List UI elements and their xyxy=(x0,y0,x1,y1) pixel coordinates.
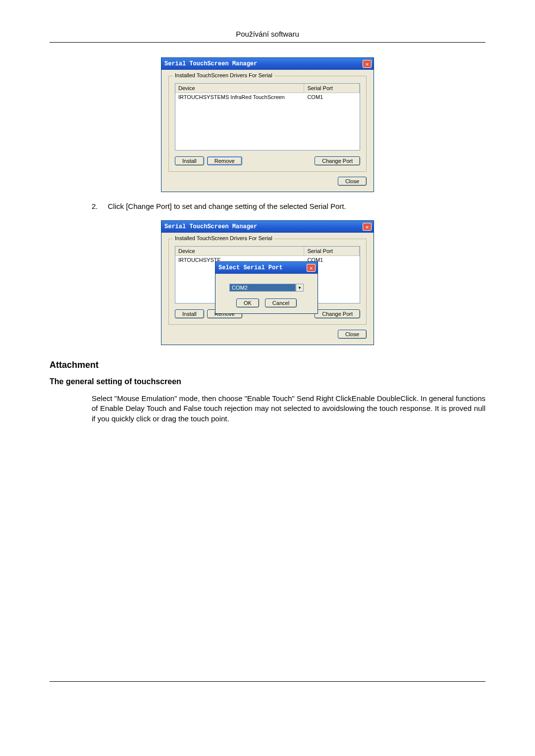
ok-button[interactable]: OK xyxy=(236,299,259,307)
header-divider xyxy=(50,42,485,43)
page-header-title: Používání softwaru xyxy=(50,30,485,42)
select-serial-port-dialog: Select Serial Port ✕ COM2 ▼ OK Cancel xyxy=(215,261,318,314)
install-button[interactable]: Install xyxy=(175,309,204,318)
drivers-groupbox: Installed TouchScreen Drivers For Serial… xyxy=(168,76,367,172)
attachment-paragraph: Select "Mouse Emulation" mode, then choo… xyxy=(50,394,485,424)
instruction-step-2: 2. Click [Change Port] to set and change… xyxy=(50,202,485,210)
combobox-value: COM2 xyxy=(229,284,296,292)
column-header-device[interactable]: Device xyxy=(175,84,304,93)
sub-dialog-title: Select Serial Port xyxy=(218,264,283,271)
serial-port-combobox[interactable]: COM2 ▼ xyxy=(229,284,304,292)
attachment-heading: Attachment xyxy=(50,360,485,370)
serial-touchscreen-manager-dialog: Serial TouchScreen Manager ✕ Installed T… xyxy=(161,57,374,192)
serial-touchscreen-manager-dialog-2: Serial TouchScreen Manager ✕ Installed T… xyxy=(161,220,374,345)
dialog-title: Serial TouchScreen Manager xyxy=(164,223,257,230)
close-icon[interactable]: ✕ xyxy=(363,60,372,68)
dialog-title: Serial TouchScreen Manager xyxy=(164,60,257,67)
chevron-down-icon[interactable]: ▼ xyxy=(296,284,304,292)
column-header-port[interactable]: Serial Port xyxy=(304,247,360,255)
cancel-button[interactable]: Cancel xyxy=(265,299,297,307)
install-button[interactable]: Install xyxy=(175,156,204,165)
column-header-device[interactable]: Device xyxy=(175,247,304,255)
change-port-button[interactable]: Change Port xyxy=(315,156,360,165)
column-header-port[interactable]: Serial Port xyxy=(304,84,360,93)
remove-button[interactable]: Remove xyxy=(207,156,242,165)
dialog-titlebar: Serial TouchScreen Manager ✕ xyxy=(161,221,374,233)
groupbox-label: Installed TouchScreen Drivers For Serial xyxy=(173,235,274,241)
close-icon[interactable]: ✕ xyxy=(363,223,372,231)
drivers-listview[interactable]: Device Serial Port IRTOUCHSYSTEMS InfraR… xyxy=(175,83,360,151)
groupbox-label: Installed TouchScreen Drivers For Serial xyxy=(173,72,274,78)
close-button[interactable]: Close xyxy=(338,177,367,186)
sub-dialog-titlebar: Select Serial Port ✕ xyxy=(215,262,318,274)
close-button[interactable]: Close xyxy=(338,330,367,339)
footer-divider xyxy=(50,681,485,682)
change-port-button[interactable]: Change Port xyxy=(315,309,360,318)
dialog-titlebar: Serial TouchScreen Manager ✕ xyxy=(161,58,374,70)
table-row[interactable]: IRTOUCHSYSTEMS InfraRed TouchScreen COM1 xyxy=(175,93,360,101)
step-text: Click [Change Port] to set and change se… xyxy=(108,202,346,210)
step-number: 2. xyxy=(92,202,98,210)
close-icon[interactable]: ✕ xyxy=(307,264,316,272)
general-setting-subheading: The general setting of touchscreen xyxy=(50,377,485,386)
cell-device: IRTOUCHSYSTEMS InfraRed TouchScreen xyxy=(175,93,304,101)
cell-port: COM1 xyxy=(304,93,360,101)
